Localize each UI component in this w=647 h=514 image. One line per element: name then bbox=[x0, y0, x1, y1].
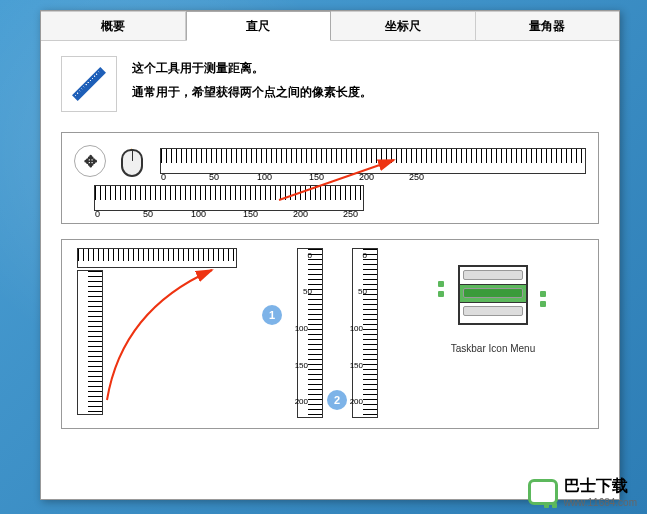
vertical-ruler-3: 0 50 100 150 200 bbox=[352, 248, 378, 418]
example-panel-2: 0 50 100 150 200 0 50 100 150 200 1 2 bbox=[61, 239, 599, 429]
curve-arrow-icon bbox=[92, 260, 242, 410]
vertical-ruler-1 bbox=[77, 270, 103, 415]
mouse-icon bbox=[121, 145, 145, 177]
watermark-url: www.11684.com bbox=[564, 497, 637, 508]
tab-content: 这个工具用于测量距离。 通常用于，希望获得两个点之间的像素长度。 ✥ 0 50 … bbox=[41, 41, 619, 459]
move-icon: ✥ bbox=[74, 145, 106, 177]
intro-line2: 通常用于，希望获得两个点之间的像素长度。 bbox=[132, 80, 372, 104]
horizontal-ruler-top: 0 50 100 150 200 250 bbox=[160, 148, 586, 174]
tab-bar: 概要 直尺 坐标尺 量角器 bbox=[41, 11, 619, 41]
taskbar-label: Taskbar Icon Menu bbox=[448, 343, 538, 354]
watermark-icon bbox=[528, 479, 558, 505]
intro-line1: 这个工具用于测量距离。 bbox=[132, 56, 372, 80]
tab-ruler[interactable]: 直尺 bbox=[186, 11, 332, 41]
small-hruler bbox=[77, 248, 237, 268]
intro-text: 这个工具用于测量距离。 通常用于，希望获得两个点之间的像素长度。 bbox=[132, 56, 372, 112]
watermark-name: 巴士下载 bbox=[564, 476, 637, 497]
vertical-ruler-2: 0 50 100 150 200 bbox=[297, 248, 323, 418]
tab-protractor[interactable]: 量角器 bbox=[476, 11, 620, 40]
taskbar-menu-illustration: Taskbar Icon Menu bbox=[448, 265, 538, 365]
example-panel-1: ✥ 0 50 100 150 200 250 bbox=[61, 132, 599, 224]
watermark: 巴士下载 www.11684.com bbox=[528, 476, 637, 508]
tab-overview[interactable]: 概要 bbox=[41, 11, 186, 40]
badge-1: 1 bbox=[262, 305, 282, 325]
horizontal-ruler-bottom: 0 50 100 150 200 250 bbox=[94, 185, 364, 211]
tab-coordinate[interactable]: 坐标尺 bbox=[331, 11, 476, 40]
ruler-tool-icon bbox=[61, 56, 117, 112]
intro-section: 这个工具用于测量距离。 通常用于，希望获得两个点之间的像素长度。 bbox=[61, 56, 599, 112]
badge-2: 2 bbox=[327, 390, 347, 410]
help-window: 概要 直尺 坐标尺 量角器 这个工具用于测量距离。 通常用于，希望获得两个点之间… bbox=[40, 10, 620, 500]
